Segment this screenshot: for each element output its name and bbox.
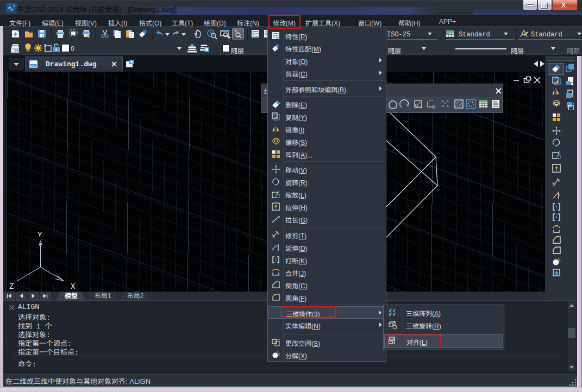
svg-text:X: X	[71, 282, 76, 291]
svg-text:Y: Y	[37, 231, 42, 239]
svg-text:DWG: DWG	[30, 64, 36, 67]
svg-text:Z: Z	[9, 282, 14, 291]
